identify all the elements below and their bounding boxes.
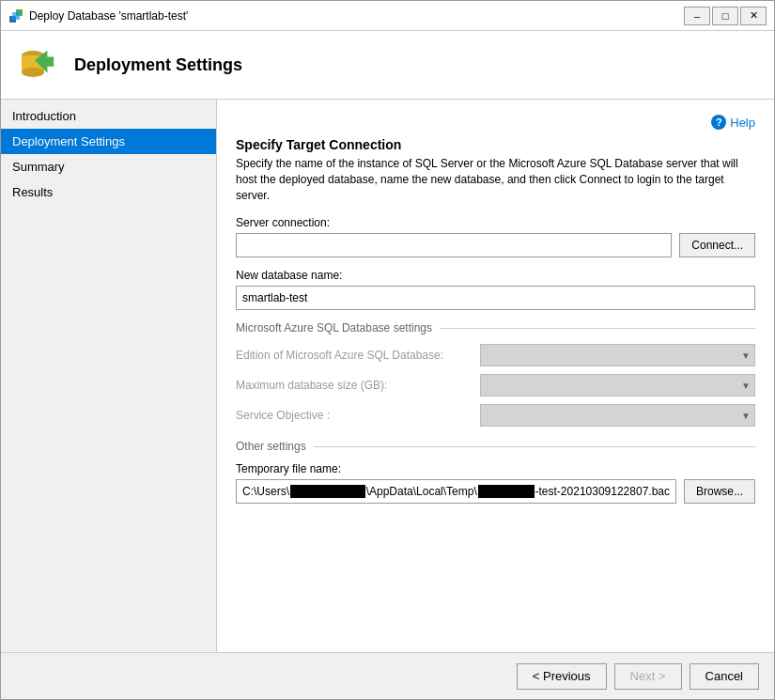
section-title: Specify Target Connection — [236, 137, 755, 152]
window-controls: – □ ✕ — [684, 7, 767, 25]
temp-file-row: C:\Users\\AppData\Local\Temp\-test-20210… — [236, 479, 755, 504]
help-section: ? Help — [236, 115, 755, 130]
temp-file-input[interactable]: C:\Users\\AppData\Local\Temp\-test-20210… — [236, 479, 676, 504]
content-area: Introduction Deployment Settings Summary… — [1, 100, 774, 652]
azure-section-title: Microsoft Azure SQL Database settings — [236, 321, 755, 334]
minimize-button[interactable]: – — [684, 7, 710, 25]
azure-objective-select[interactable]: ▼ — [480, 404, 755, 427]
browse-button[interactable]: Browse... — [684, 479, 755, 504]
header-icon — [16, 42, 61, 87]
azure-maxsize-label: Maximum database size (GB): — [236, 379, 480, 392]
help-button[interactable]: ? Help — [711, 115, 755, 130]
azure-maxsize-row: Maximum database size (GB): ▼ — [236, 374, 755, 397]
maximize-button[interactable]: □ — [712, 7, 738, 25]
cancel-button[interactable]: Cancel — [690, 663, 759, 690]
chevron-down-icon: ▼ — [741, 350, 751, 361]
azure-objective-row: Service Objective : ▼ — [236, 404, 755, 427]
window-title: Deploy Database 'smartlab-test' — [29, 9, 684, 23]
sidebar-item-introduction[interactable]: Introduction — [1, 103, 216, 129]
main-panel: ? Help Specify Target Connection Specify… — [217, 100, 774, 652]
sidebar: Introduction Deployment Settings Summary… — [1, 100, 217, 652]
server-connection-input[interactable] — [236, 233, 672, 257]
header: Deployment Settings — [1, 31, 774, 100]
previous-button[interactable]: < Previous — [517, 663, 607, 690]
azure-objective-label: Service Objective : — [236, 409, 480, 422]
close-button[interactable]: ✕ — [740, 7, 767, 25]
chevron-down-icon-3: ▼ — [741, 411, 751, 421]
main-window: Deploy Database 'smartlab-test' – □ ✕ De… — [0, 0, 775, 700]
temp-file-label: Temporary file name: — [236, 462, 755, 475]
other-settings-section: Other settings Temporary file name: C:\U… — [236, 440, 755, 504]
new-database-label: New database name: — [236, 269, 755, 282]
azure-edition-row: Edition of Microsoft Azure SQL Database:… — [236, 344, 755, 366]
title-bar: Deploy Database 'smartlab-test' – □ ✕ — [1, 1, 774, 31]
footer: < Previous Next > Cancel — [1, 652, 774, 699]
main-content: ? Help Specify Target Connection Specify… — [217, 100, 774, 652]
azure-edition-label: Edition of Microsoft Azure SQL Database: — [236, 349, 480, 362]
sidebar-item-summary[interactable]: Summary — [1, 154, 216, 179]
azure-section: Microsoft Azure SQL Database settings Ed… — [236, 321, 755, 427]
other-section-title: Other settings — [236, 440, 755, 453]
azure-maxsize-select[interactable]: ▼ — [480, 374, 755, 397]
sidebar-item-results[interactable]: Results — [1, 179, 216, 205]
section-description: Specify the name of the instance of SQL … — [236, 156, 755, 203]
app-icon — [8, 8, 23, 23]
sidebar-item-deployment-settings[interactable]: Deployment Settings — [1, 129, 216, 154]
next-button[interactable]: Next > — [614, 663, 682, 690]
new-database-input[interactable] — [236, 286, 755, 310]
page-title: Deployment Settings — [74, 55, 242, 75]
server-connection-row: Connect... — [236, 233, 755, 257]
chevron-down-icon-2: ▼ — [741, 381, 751, 391]
svg-point-5 — [22, 68, 44, 77]
connect-button[interactable]: Connect... — [679, 233, 755, 257]
svg-rect-2 — [12, 12, 20, 20]
azure-edition-select[interactable]: ▼ — [480, 344, 755, 366]
help-icon: ? — [711, 115, 726, 130]
server-connection-label: Server connection: — [236, 216, 755, 229]
